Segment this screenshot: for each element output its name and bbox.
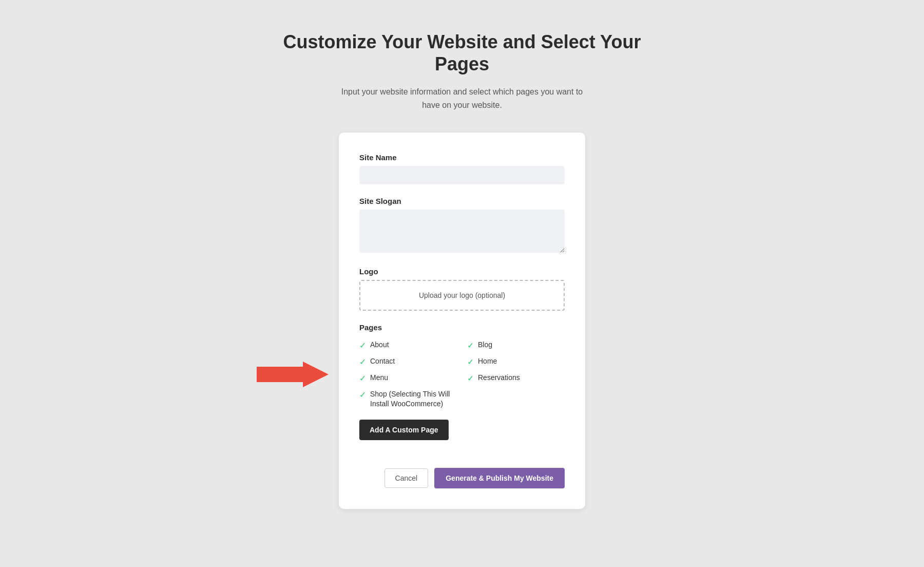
check-icon-shop: ✓: [359, 390, 366, 400]
site-slogan-label: Site Slogan: [359, 197, 565, 205]
page-label-blog: Blog: [478, 340, 492, 350]
check-icon-contact: ✓: [359, 357, 366, 367]
page-item-blog[interactable]: ✓ Blog: [467, 340, 565, 350]
site-slogan-input[interactable]: [359, 210, 565, 253]
svg-marker-0: [257, 362, 329, 387]
cancel-button[interactable]: Cancel: [384, 468, 429, 488]
page-item-menu[interactable]: ✓ Menu: [359, 373, 457, 383]
pages-group: Pages ✓ About ✓ Blog ✓ Contact: [359, 323, 565, 456]
site-name-input[interactable]: [359, 166, 565, 184]
page-label-reservations: Reservations: [478, 373, 520, 383]
page-item-about[interactable]: ✓ About: [359, 340, 457, 350]
logo-upload-area[interactable]: Upload your logo (optional): [359, 280, 565, 311]
page-subtitle: Input your website information and selec…: [339, 85, 585, 111]
check-icon-home: ✓: [467, 357, 474, 367]
check-icon-about: ✓: [359, 341, 366, 350]
site-name-group: Site Name: [359, 153, 565, 184]
page-label-menu: Menu: [370, 373, 388, 383]
site-name-label: Site Name: [359, 153, 565, 162]
check-icon-menu: ✓: [359, 373, 366, 383]
logo-label: Logo: [359, 267, 565, 276]
add-custom-page-button[interactable]: Add A Custom Page: [359, 420, 449, 440]
logo-group: Logo Upload your logo (optional): [359, 267, 565, 311]
page-label-about: About: [370, 340, 389, 350]
page-item-shop[interactable]: ✓ Shop (Selecting This Will Install WooC…: [359, 389, 457, 409]
page-item-home[interactable]: ✓ Home: [467, 356, 565, 367]
page-label-contact: Contact: [370, 356, 395, 367]
form-card: Site Name Site Slogan Logo Upload your l…: [339, 133, 585, 509]
form-actions: Cancel Generate & Publish My Website: [359, 468, 565, 488]
generate-publish-button[interactable]: Generate & Publish My Website: [434, 468, 565, 488]
arrow-indicator: [257, 362, 329, 387]
page-title: Customize Your Website and Select Your P…: [282, 31, 642, 75]
page-item-contact[interactable]: ✓ Contact: [359, 356, 457, 367]
pages-label: Pages: [359, 323, 565, 332]
pages-grid: ✓ About ✓ Blog ✓ Contact ✓ Home: [359, 340, 565, 409]
page-item-reservations[interactable]: ✓ Reservations: [467, 373, 565, 383]
page-label-shop: Shop (Selecting This Will Install WooCom…: [370, 389, 457, 409]
page-label-home: Home: [478, 356, 497, 367]
site-slogan-group: Site Slogan: [359, 197, 565, 255]
check-icon-reservations: ✓: [467, 373, 474, 383]
logo-upload-text: Upload your logo (optional): [419, 291, 505, 299]
check-icon-blog: ✓: [467, 341, 474, 350]
